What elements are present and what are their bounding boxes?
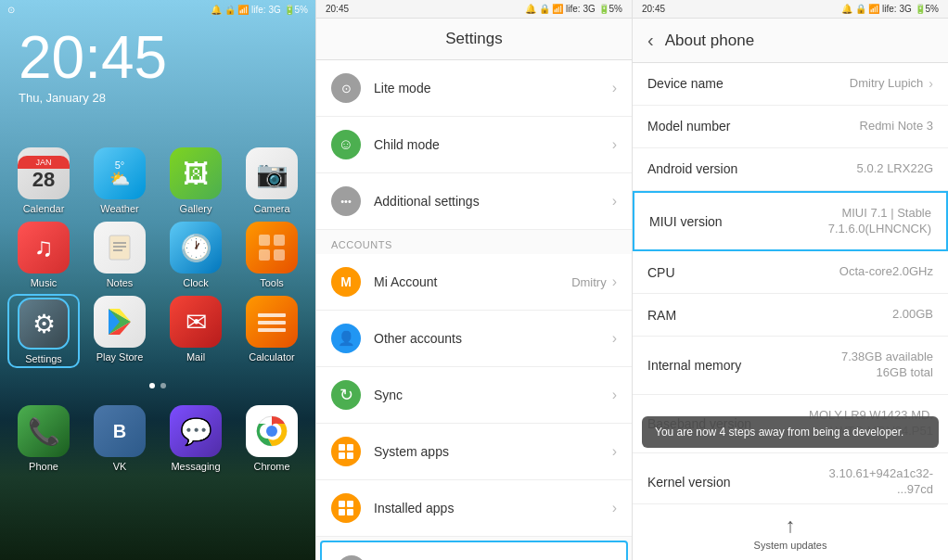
app-weather-label: Weather [100, 203, 138, 214]
internal-memory-label: Internal memory [647, 358, 741, 373]
android-version-value: 5.0.2 LRX22G [857, 161, 933, 177]
app-settings[interactable]: ⚙ Settings [9, 296, 78, 366]
child-mode-label: Child mode [374, 137, 612, 152]
phone-icon: 📞 [18, 405, 70, 457]
dock-chrome[interactable]: Chrome [237, 405, 306, 472]
other-accounts-label: Other accounts [374, 331, 612, 346]
lite-mode-chevron: › [612, 80, 617, 96]
app-tools-label: Tools [260, 277, 284, 288]
app-calculator-label: Calculator [249, 351, 295, 363]
messaging-icon: 💬 [170, 405, 222, 457]
page-dots [0, 377, 315, 394]
app-mail-label: Mail [186, 351, 205, 363]
settings-item-additional[interactable]: ••• Additional settings › [316, 173, 632, 230]
model-number-label: Model number [647, 119, 731, 134]
svg-rect-13 [258, 321, 286, 325]
app-notes[interactable]: Notes [85, 222, 154, 288]
svg-rect-17 [339, 444, 345, 451]
mi-account-label: Mi Account [374, 274, 571, 289]
settings-item-about-phone[interactable]: ℹ About phone › [320, 541, 628, 560]
svg-rect-14 [258, 328, 286, 332]
device-name-label: Device name [647, 76, 724, 91]
settings-item-mi-account[interactable]: M Mi Account Dmitry › [316, 254, 632, 311]
additional-settings-label: Additional settings [374, 194, 612, 209]
dock-messaging-label: Messaging [171, 461, 220, 472]
settings-item-other-accounts[interactable]: 👤 Other accounts › [316, 311, 632, 367]
back-button[interactable]: ‹ [647, 30, 654, 51]
svg-rect-4 [259, 235, 270, 246]
installed-apps-label: Installed apps [374, 501, 612, 515]
settings-status-bar: 20:45 🔔 🔒 📶 life: 3G 🔋5% [316, 0, 632, 19]
dock-vk-label: VK [113, 461, 127, 472]
app-clock[interactable]: 🕐 Clock [161, 222, 230, 288]
about-kernel-version[interactable]: Kernel version 3.10.61+942a1c32- ...97cd [633, 453, 948, 503]
home-date: Thu, January 28 [0, 87, 315, 108]
app-grid: JAN 28 Calendar 5° ⛅ Weather 🖼 Gallery 📷… [0, 136, 315, 377]
svg-rect-24 [347, 509, 353, 515]
settings-item-system-apps[interactable]: System apps › [316, 424, 632, 480]
app-camera-label: Camera [253, 203, 289, 214]
device-name-right: Dmitry Lupich › [850, 76, 933, 92]
other-accounts-icon: 👤 [331, 324, 361, 353]
app-calculator[interactable]: Calculator [237, 296, 306, 366]
settings-item-lite-mode[interactable]: ⊙ Lite mode › [316, 60, 632, 117]
app-tools[interactable]: Tools [237, 222, 306, 288]
dock-phone[interactable]: 📞 Phone [9, 405, 78, 472]
svg-rect-19 [339, 452, 345, 459]
about-status-time: 20:45 [642, 4, 665, 14]
settings-status-icons: 🔔 🔒 📶 life: 3G 🔋5% [525, 4, 622, 14]
settings-list: ⊙ Lite mode › ☺ Child mode › ••• Additio… [316, 60, 632, 560]
dock-vk[interactable]: В VK [85, 405, 154, 472]
app-gallery-label: Gallery [180, 203, 212, 214]
device-name-chevron: › [929, 76, 933, 91]
system-updates-button[interactable]: ↑ System updates [633, 503, 948, 560]
dock-chrome-label: Chrome [253, 461, 289, 472]
vk-icon: В [94, 405, 146, 457]
app-camera[interactable]: 📷 Camera [237, 147, 306, 214]
weather-icon: 5° ⛅ [94, 147, 146, 199]
settings-item-sync[interactable]: ↻ Sync › [316, 367, 632, 424]
settings-item-child-mode[interactable]: ☺ Child mode › [316, 117, 632, 173]
app-calendar[interactable]: JAN 28 Calendar [9, 147, 78, 214]
sync-label: Sync [374, 388, 612, 402]
app-settings-label: Settings [25, 353, 62, 364]
kernel-version-value: 3.10.61+942a1c32- ...97cd [829, 466, 933, 498]
additional-settings-chevron: › [612, 193, 617, 210]
app-weather[interactable]: 5° ⛅ Weather [85, 147, 154, 214]
app-mail[interactable]: ✉ Mail [161, 296, 230, 366]
about-internal-memory[interactable]: Internal memory 7.38GB available 16GB to… [633, 337, 948, 395]
about-phone-panel: 20:45 🔔 🔒 📶 life: 3G 🔋5% ‹ About phone D… [632, 0, 948, 560]
home-screen: ⊙ 🔔 🔒 📶 life: 3G 🔋5% 20:45 Thu, January … [0, 0, 315, 560]
device-name-value: Dmitry Lupich [850, 76, 923, 92]
about-header: ‹ About phone [633, 19, 948, 63]
calendar-icon: JAN 28 [18, 147, 70, 199]
settings-status-time: 20:45 [326, 4, 349, 14]
page-dot-2 [160, 383, 166, 388]
installed-apps-chevron: › [612, 500, 617, 516]
app-playstore[interactable]: Play Store [85, 296, 154, 366]
about-device-name[interactable]: Device name Dmitry Lupich › [633, 63, 948, 106]
miui-version-value: MIUI 7.1 | Stable 7.1.6.0(LHNCNCK) [828, 206, 931, 237]
svg-rect-23 [339, 509, 345, 515]
additional-settings-icon: ••• [331, 186, 361, 216]
app-notes-label: Notes [107, 277, 134, 288]
system-apps-icon [331, 437, 361, 466]
sync-chevron: › [612, 387, 617, 403]
settings-title: Settings [445, 30, 502, 48]
svg-rect-21 [339, 501, 345, 507]
sync-icon: ↻ [331, 380, 361, 410]
about-cpu[interactable]: CPU Octa-core2.0GHz [633, 251, 948, 294]
settings-item-installed-apps[interactable]: Installed apps › [316, 480, 632, 537]
settings-header: Settings [316, 19, 632, 60]
app-gallery[interactable]: 🖼 Gallery [161, 147, 230, 214]
lite-mode-icon: ⊙ [331, 73, 361, 103]
about-miui-version[interactable]: MIUI version MIUI 7.1 | Stable 7.1.6.0(L… [633, 191, 948, 252]
about-model-number[interactable]: Model number Redmi Note 3 [633, 106, 948, 148]
music-icon: ♫ [18, 222, 70, 274]
mail-icon: ✉ [170, 296, 222, 348]
system-apps-label: System apps [374, 444, 612, 459]
dock-messaging[interactable]: 💬 Messaging [161, 405, 230, 472]
app-music[interactable]: ♫ Music [9, 222, 78, 288]
about-android-version[interactable]: Android version 5.0.2 LRX22G [633, 148, 948, 191]
about-ram[interactable]: RAM 2.00GB [633, 294, 948, 337]
